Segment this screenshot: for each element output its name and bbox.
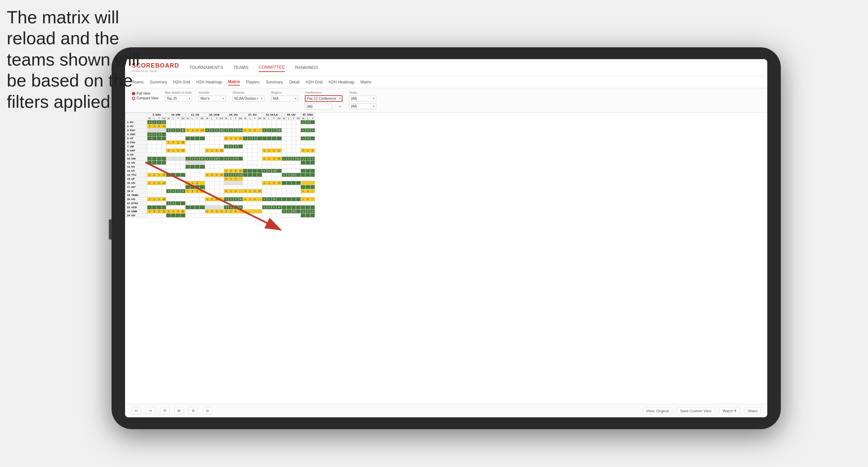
uu-dif: Dif [296, 117, 300, 120]
matrix-cell [205, 141, 210, 145]
nav-rankings[interactable]: RANKINGS [295, 63, 318, 72]
save-custom-view-button[interactable]: Save Custom View [677, 408, 715, 414]
matrix-cell [157, 161, 162, 165]
matrix-cell [267, 132, 271, 137]
matrix-cell [252, 193, 257, 197]
matrix-cell [214, 185, 219, 189]
subnav-summary2[interactable]: Summary [266, 79, 283, 85]
matrix-cell [152, 201, 157, 205]
gender-select[interactable]: Men's Women's [199, 96, 226, 101]
matrix-cell: 11 [276, 149, 282, 153]
matrix-cell [276, 210, 282, 214]
watch-button[interactable]: Watch ▾ [720, 407, 740, 414]
matrix-cell: 0 [185, 128, 190, 132]
matrix-cell [228, 185, 233, 189]
matrix-cell [228, 141, 233, 145]
matrix-cell [157, 169, 162, 173]
division-select[interactable]: NCAA Division I [233, 96, 264, 101]
matrix-cell [228, 201, 233, 205]
max-teams-select[interactable]: Top 25 Top 50 [165, 96, 192, 101]
table-row: 10. UW130W303041732106612051145 [125, 157, 315, 161]
matrix-cell [180, 177, 185, 181]
matrix-cell: 44 [276, 205, 282, 210]
matrix-cell [271, 141, 276, 145]
undo-button[interactable]: ↩ [132, 407, 141, 414]
matrix-table-wrapper[interactable]: 3. ASU 10. UW 11. UA 22. UCB 24. UO 27. … [125, 113, 767, 404]
matrix-cell [166, 197, 171, 201]
matrix-cell [296, 128, 300, 132]
matrix-cell [199, 161, 205, 165]
matrix-cell: 1 [210, 149, 214, 153]
matrix-cell [180, 197, 185, 201]
matrix-cell [185, 149, 190, 153]
matrix-cell: 0 [267, 169, 271, 173]
matrix-cell: 1 [147, 124, 152, 128]
team-label: Team [349, 91, 376, 94]
matrix-cell [190, 214, 195, 218]
nav-tournaments[interactable]: TOURNAMENTS [189, 63, 223, 72]
matrix-cell [219, 189, 224, 193]
conference-sub-select[interactable]: (All) [305, 104, 332, 109]
matrix-cell [310, 137, 315, 141]
matrix-cell [257, 177, 262, 181]
matrix-cell [195, 205, 199, 210]
matrix-cell [267, 173, 271, 177]
subnav-players[interactable]: Players [246, 79, 260, 85]
subnav-matrix2[interactable]: Matrix [360, 79, 371, 85]
matrix-cell: 0 [152, 132, 157, 137]
region-select[interactable]: N/A [271, 96, 298, 101]
conference-select[interactable]: Pac-12 Conference [305, 95, 342, 102]
zoom-out-button[interactable]: ⊖ [189, 407, 198, 414]
matrix-cell [219, 124, 224, 128]
matrix-cell [276, 214, 282, 218]
subnav-matrix[interactable]: Matrix [228, 79, 240, 85]
matrix-cell [199, 132, 205, 137]
matrix-cell: 1 [248, 189, 252, 193]
share-button[interactable]: Share [745, 408, 761, 414]
subnav-h2h-heatmap2[interactable]: H2H Heatmap [329, 79, 354, 85]
team-select[interactable]: (All) [349, 96, 376, 101]
subnav-summary[interactable]: Summary [150, 79, 167, 85]
subnav-h2h-grid2[interactable]: H2H Grid [306, 79, 322, 85]
matrix-cell [219, 214, 224, 218]
matrix-cell [162, 153, 166, 157]
tablet-side-button[interactable] [109, 219, 112, 240]
subnav-detail[interactable]: Detail [289, 79, 299, 85]
matrix-cell: 6 [306, 210, 310, 214]
matrix-cell [199, 173, 205, 177]
matrix-cell [219, 177, 224, 181]
matrix-cell: 1 [185, 157, 190, 161]
matrix-cell [238, 177, 243, 181]
ucla-l: L [267, 117, 271, 120]
refresh-button[interactable]: ⟳ [160, 407, 169, 414]
matrix-cell [310, 177, 315, 181]
matrix-cell [310, 124, 315, 128]
nav-teams[interactable]: TEAMS [233, 63, 248, 72]
matrix-cell [306, 124, 310, 128]
matrix-cell: 2 [224, 169, 228, 173]
nav-committee[interactable]: COMMITTEE [259, 63, 285, 72]
matrix-cell: 35 [291, 210, 296, 214]
matrix-cell [233, 214, 238, 218]
matrix-cell: 0 [214, 128, 219, 132]
redo-button[interactable]: ↪ [146, 407, 155, 414]
matrix-cell [162, 132, 166, 137]
matrix-cell: 0 [171, 210, 176, 214]
matrix-cell [185, 193, 190, 197]
fit-button[interactable]: ◎ [203, 407, 212, 414]
subnav-h2h-heatmap[interactable]: H2H Heatmap [196, 79, 222, 85]
matrix-cell [233, 165, 238, 169]
matrix-cell: 2 [147, 210, 152, 214]
zoom-in-button[interactable]: ⊕ [174, 407, 184, 414]
team-sub-select[interactable]: (All) [349, 103, 376, 109]
table-row: 7. UM100 [125, 145, 315, 149]
subnav-h2h-grid[interactable]: H2H Grid [173, 79, 190, 85]
matrix-cell [296, 177, 300, 181]
matrix-cell [152, 169, 157, 173]
matrix-cell [214, 177, 219, 181]
view-original-button[interactable]: View: Original [643, 408, 672, 414]
matrix-cell [180, 132, 185, 137]
matrix-cell [210, 201, 214, 205]
matrix-cell: 1 [190, 189, 195, 193]
matrix-cell [282, 149, 286, 153]
